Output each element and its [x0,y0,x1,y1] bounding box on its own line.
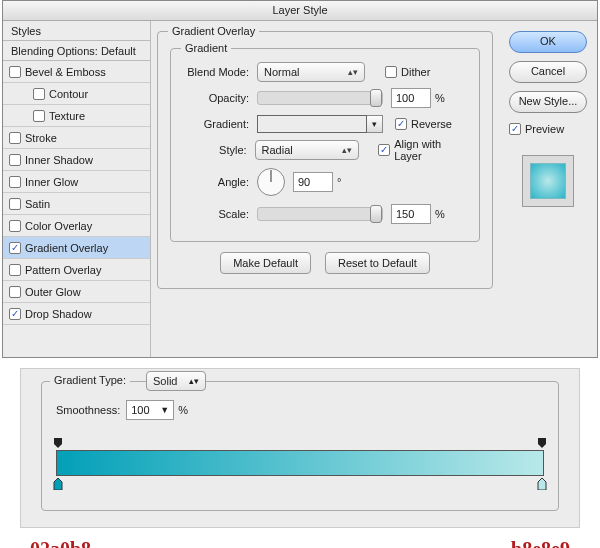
svg-marker-3 [538,478,546,490]
main-pane: Gradient Overlay Gradient Blend Mode: No… [151,21,499,357]
dialog-titlebar: Layer Style [3,1,597,21]
style-row-bevel-emboss[interactable]: Bevel & Emboss [3,61,150,83]
style-label: Color Overlay [25,220,92,232]
opacity-stop-left[interactable] [52,436,64,448]
style-checkbox[interactable] [9,154,21,166]
gradient-group: Gradient Blend Mode: Normal ▴▾ Dither Op… [170,48,480,242]
angle-input[interactable] [293,172,333,192]
align-label: Align with Layer [390,138,469,162]
color-stop-right[interactable] [536,478,548,490]
blend-mode-select[interactable]: Normal ▴▾ [257,62,365,82]
style-value: Radial [262,144,293,156]
angle-label: Angle: [181,176,257,188]
opacity-stop-right[interactable] [536,436,548,448]
group-legend: Gradient Overlay [168,25,259,37]
style-row-drop-shadow[interactable]: Drop Shadow [3,303,150,325]
style-row-satin[interactable]: Satin [3,193,150,215]
style-row-pattern-overlay[interactable]: Pattern Overlay [3,259,150,281]
preview-swatch [522,155,574,207]
chevron-down-icon: ▼ [160,405,169,415]
style-label: Contour [49,88,88,100]
gradient-overlay-group: Gradient Overlay Gradient Blend Mode: No… [157,31,493,289]
smoothness-label: Smoothness: [56,404,126,416]
svg-marker-2 [54,478,62,490]
style-label: Satin [25,198,50,210]
gradient-swatch[interactable] [257,115,367,133]
style-checkbox[interactable] [33,110,45,122]
style-row-stroke[interactable]: Stroke [3,127,150,149]
smoothness-input[interactable]: 100 ▼ [126,400,174,420]
style-row-texture[interactable]: Texture [3,105,150,127]
style-checkbox[interactable] [9,132,21,144]
gradient-dropdown-arrow[interactable]: ▾ [367,115,383,133]
opacity-input[interactable] [391,88,431,108]
make-default-button[interactable]: Make Default [220,252,311,274]
style-checkbox[interactable] [33,88,45,100]
ok-button[interactable]: OK [509,31,587,53]
style-row-color-overlay[interactable]: Color Overlay [3,215,150,237]
style-checkbox[interactable] [9,286,21,298]
style-label: Stroke [25,132,57,144]
style-select[interactable]: Radial ▴▾ [255,140,360,160]
angle-dial[interactable] [257,168,285,196]
opacity-slider[interactable] [257,91,383,105]
dither-checkbox[interactable] [385,66,397,78]
gradient-bar-area [56,436,544,492]
reverse-label: Reverse [407,118,452,130]
svg-marker-1 [538,438,546,448]
style-row-gradient-overlay[interactable]: Gradient Overlay [3,237,150,259]
preview-checkbox[interactable] [509,123,521,135]
scale-label: Scale: [181,208,257,220]
gradient-type-label: Gradient Type: [50,374,130,386]
style-checkbox[interactable] [9,242,21,254]
dither-label: Dither [397,66,430,78]
style-label: Inner Shadow [25,154,93,166]
gradient-label: Gradient: [181,118,257,130]
scale-input[interactable] [391,204,431,224]
style-row-inner-shadow[interactable]: Inner Shadow [3,149,150,171]
gradient-type-select[interactable]: Solid ▴▾ [146,371,206,391]
scale-slider[interactable] [257,207,383,221]
hex-left: 02a0b8 [30,538,91,548]
angle-unit: ° [333,176,341,188]
chevron-updown-icon: ▴▾ [342,145,352,155]
style-checkbox[interactable] [9,264,21,276]
style-checkbox[interactable] [9,198,21,210]
gradient-type-value: Solid [153,375,177,387]
styles-header[interactable]: Styles [3,21,150,41]
dialog-title: Layer Style [272,4,327,16]
layer-style-dialog: Layer Style Styles Blending Options: Def… [2,0,598,358]
style-row-contour[interactable]: Contour [3,83,150,105]
slider-thumb[interactable] [370,89,382,107]
style-row-inner-glow[interactable]: Inner Glow [3,171,150,193]
style-label: Style: [181,144,255,156]
slider-thumb[interactable] [370,205,382,223]
gradient-editor-panel: Gradient Type: Solid ▴▾ Smoothness: 100 … [20,368,580,528]
style-checkbox[interactable] [9,66,21,78]
color-stop-left[interactable] [52,478,64,490]
style-label: Bevel & Emboss [25,66,106,78]
hex-codes-row: 02a0b8 b8e8e9 [30,538,570,548]
style-label: Pattern Overlay [25,264,101,276]
style-checkbox[interactable] [9,220,21,232]
smoothness-unit: % [174,404,188,416]
new-style-button[interactable]: New Style... [509,91,587,113]
style-checkbox[interactable] [9,308,21,320]
blending-options-row[interactable]: Blending Options: Default [3,41,150,61]
style-checkbox[interactable] [9,176,21,188]
style-label: Texture [49,110,85,122]
gradient-bar[interactable] [56,450,544,476]
scale-unit: % [431,208,445,220]
style-label: Inner Glow [25,176,78,188]
gradient-legend: Gradient [181,42,231,54]
opacity-unit: % [431,92,445,104]
cancel-button[interactable]: Cancel [509,61,587,83]
reverse-checkbox[interactable] [395,118,407,130]
smoothness-value: 100 [131,404,149,416]
gradient-type-group: Gradient Type: Solid ▴▾ Smoothness: 100 … [41,381,559,511]
style-row-outer-glow[interactable]: Outer Glow [3,281,150,303]
align-checkbox[interactable] [378,144,390,156]
style-label: Gradient Overlay [25,242,108,254]
styles-column: Styles Blending Options: Default Bevel &… [3,21,151,357]
reset-default-button[interactable]: Reset to Default [325,252,430,274]
